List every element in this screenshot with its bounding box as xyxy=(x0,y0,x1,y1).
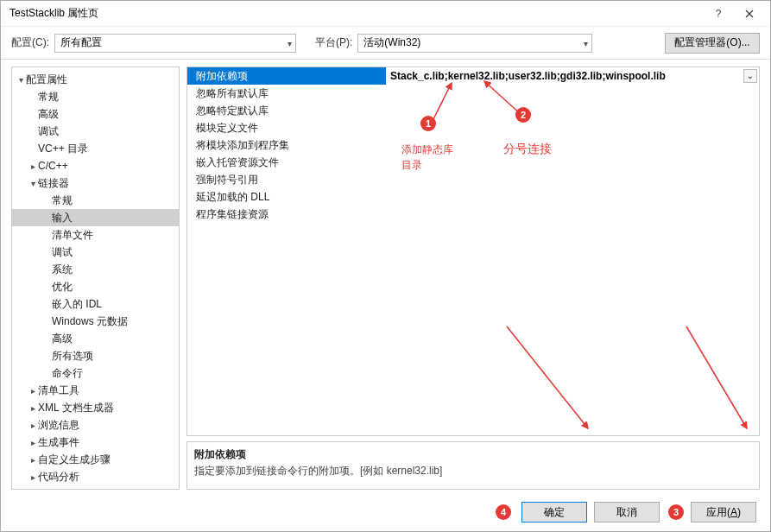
main-area: ▾配置属性常规高级调试VC++ 目录▸C/C++▾链接器常规输入清单文件调试系统… xyxy=(1,60,770,493)
property-label: 忽略所有默认库 xyxy=(187,85,386,102)
property-value[interactable] xyxy=(386,102,759,119)
tree-item[interactable]: ▾配置属性 xyxy=(12,71,179,88)
tree-item-label: 链接器 xyxy=(38,176,69,191)
tree-item-label: 浏览信息 xyxy=(38,418,79,433)
property-label: 忽略特定默认库 xyxy=(187,102,386,119)
property-label: 强制符号引用 xyxy=(187,171,386,188)
property-value[interactable] xyxy=(386,85,759,102)
tree-item[interactable]: ▸浏览信息 xyxy=(12,416,179,434)
tree-item[interactable]: 调试 xyxy=(12,123,179,140)
help-icon[interactable]: ? xyxy=(703,2,734,26)
annotation-badge-4: 4 xyxy=(496,504,511,520)
tree-item-label: 嵌入的 IDL xyxy=(52,297,102,312)
description-text: 指定要添加到链接命令行的附加项。[例如 kernel32.lib] xyxy=(194,464,752,478)
property-row[interactable]: 程序集链接资源 xyxy=(187,206,759,223)
tree-item-label: 命令行 xyxy=(52,366,83,381)
property-row[interactable]: 嵌入托管资源文件 xyxy=(187,154,759,171)
chevron-down-icon[interactable]: ⌄ xyxy=(743,69,757,83)
tree-item-label: 配置属性 xyxy=(26,73,67,87)
tree-item-label: 输入 xyxy=(52,211,73,225)
tree-item[interactable]: 高级 xyxy=(12,105,179,123)
tree-item[interactable]: 清单文件 xyxy=(12,226,179,244)
property-value[interactable] xyxy=(386,119,759,136)
config-toolbar: 配置(C): 所有配置 ▾ 平台(P): 活动(Win32) ▾ 配置管理器(O… xyxy=(1,27,770,60)
tree-item[interactable]: 优化 xyxy=(12,278,179,295)
tree-item[interactable]: 系统 xyxy=(12,261,179,278)
property-label: 将模块添加到程序集 xyxy=(187,136,386,154)
tree-item[interactable]: 调试 xyxy=(12,244,179,261)
apply-button[interactable]: 应用(A) xyxy=(691,502,756,522)
tree-item-label: 调试 xyxy=(52,245,73,260)
property-label: 程序集链接资源 xyxy=(187,206,386,223)
tree-item[interactable]: ▸XML 文档生成器 xyxy=(12,399,179,416)
property-row[interactable]: 将模块添加到程序集 xyxy=(187,136,759,154)
tree-item-label: VC++ 目录 xyxy=(38,142,88,156)
tree-twisty-icon: ▸ xyxy=(28,403,38,413)
tree-item-label: 清单文件 xyxy=(52,228,93,243)
config-tree[interactable]: ▾配置属性常规高级调试VC++ 目录▸C/C++▾链接器常规输入清单文件调试系统… xyxy=(11,66,180,490)
property-value[interactable] xyxy=(386,171,759,188)
tree-twisty-icon: ▸ xyxy=(28,438,38,447)
tree-item-label: 所有选项 xyxy=(52,349,93,364)
tree-item-label: 自定义生成步骤 xyxy=(38,453,111,467)
tree-item[interactable]: 常规 xyxy=(12,88,179,105)
tree-item[interactable]: 所有选项 xyxy=(12,347,179,364)
property-row[interactable]: 延迟加载的 DLL xyxy=(187,188,759,206)
description-title: 附加依赖项 xyxy=(194,447,752,462)
description-box: 附加依赖项 指定要添加到链接命令行的附加项。[例如 kernel32.lib] xyxy=(186,441,760,490)
tree-item-label: 调试 xyxy=(38,124,59,139)
property-row[interactable]: 附加依赖项Stack_c.lib;kernel32.lib;user32.lib… xyxy=(187,67,759,85)
tree-item-label: 高级 xyxy=(38,107,59,122)
ok-button[interactable]: 确定 xyxy=(521,502,587,522)
tree-item[interactable]: ▸清单工具 xyxy=(12,382,179,399)
tree-item[interactable]: VC++ 目录 xyxy=(12,140,179,157)
tree-item[interactable]: 命令行 xyxy=(12,364,179,382)
config-combo[interactable]: 所有配置 ▾ xyxy=(54,34,296,53)
tree-item-label: 优化 xyxy=(52,280,73,294)
tree-item[interactable]: ▸C/C++ xyxy=(12,157,179,174)
property-value[interactable] xyxy=(386,206,759,223)
chevron-down-icon: ▾ xyxy=(288,38,292,48)
tree-item[interactable]: ▸生成事件 xyxy=(12,434,179,451)
tree-item[interactable]: 输入 xyxy=(12,209,179,226)
tree-item[interactable]: 高级 xyxy=(12,330,179,347)
property-value[interactable] xyxy=(386,188,759,206)
tree-item[interactable]: ▸自定义生成步骤 xyxy=(12,451,179,468)
property-row[interactable]: 忽略所有默认库 xyxy=(187,85,759,102)
tree-item[interactable]: 常规 xyxy=(12,192,179,209)
tree-item-label: Windows 元数据 xyxy=(52,314,128,329)
platform-combo[interactable]: 活动(Win32) ▾ xyxy=(357,34,592,53)
tree-twisty-icon: ▸ xyxy=(28,421,38,430)
right-pane: 1 2 添加静态库目录 分号连接 附加依赖项Stack_c.lib;kernel… xyxy=(186,66,760,490)
tree-item-label: 生成事件 xyxy=(38,435,79,450)
tree-item[interactable]: ▾链接器 xyxy=(12,174,179,192)
tree-item[interactable]: Windows 元数据 xyxy=(12,313,179,330)
property-row[interactable]: 模块定义文件 xyxy=(187,119,759,136)
config-label: 配置(C): xyxy=(11,35,49,50)
tree-twisty-icon: ▸ xyxy=(28,386,38,396)
tree-item[interactable]: ▸代码分析 xyxy=(12,468,179,485)
platform-value: 活动(Win32) xyxy=(363,35,420,50)
property-value[interactable] xyxy=(386,136,759,154)
config-manager-button[interactable]: 配置管理器(O)... xyxy=(665,33,760,54)
close-icon[interactable] xyxy=(734,2,765,26)
tree-item[interactable]: 嵌入的 IDL xyxy=(12,295,179,313)
property-list[interactable]: 1 2 添加静态库目录 分号连接 附加依赖项Stack_c.lib;kernel… xyxy=(186,66,760,436)
svg-line-3 xyxy=(686,326,747,428)
property-value[interactable]: Stack_c.lib;kernel32.lib;user32.lib;gdi3… xyxy=(386,67,759,85)
property-label: 延迟加载的 DLL xyxy=(187,188,386,206)
config-value: 所有配置 xyxy=(60,35,102,50)
property-label: 附加依赖项 xyxy=(187,67,386,85)
property-row[interactable]: 忽略特定默认库 xyxy=(187,102,759,119)
property-label: 嵌入托管资源文件 xyxy=(187,154,386,171)
tree-twisty-icon: ▾ xyxy=(16,75,26,85)
tree-item-label: 系统 xyxy=(52,263,73,277)
property-value[interactable] xyxy=(386,154,759,171)
property-row[interactable]: 强制符号引用 xyxy=(187,171,759,188)
cancel-button[interactable]: 取消 xyxy=(594,502,660,522)
tree-item-label: C/C++ xyxy=(38,160,68,172)
titlebar: TestStacklib 属性页 ? xyxy=(1,1,770,27)
property-label: 模块定义文件 xyxy=(187,119,386,136)
tree-item-label: 代码分析 xyxy=(38,470,79,484)
svg-line-2 xyxy=(507,326,588,428)
